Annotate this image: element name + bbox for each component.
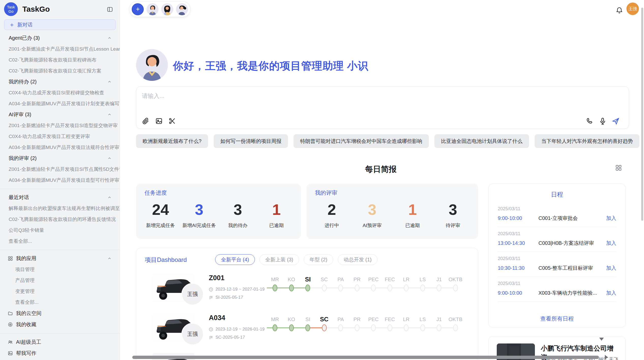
suggestion-chip[interactable]: 当下年轻人对汽车外观有怎样的喜好趋势 xyxy=(535,134,639,148)
suggestion-chip[interactable]: 比亚迪全固态电池计划具体说了什么 xyxy=(434,134,529,148)
milestone: FEC xyxy=(382,315,398,333)
sidebar-item-write-helper[interactable]: 帮我写作 xyxy=(0,348,120,359)
add-session-button[interactable] xyxy=(132,3,144,15)
scissors-icon[interactable] xyxy=(168,117,176,125)
paperclip-icon[interactable] xyxy=(142,117,150,125)
image-icon[interactable] xyxy=(155,117,163,125)
avatar[interactable] xyxy=(176,3,188,15)
milestone-dot xyxy=(322,284,327,291)
sidebar-item-ai-employee[interactable]: AI超级员工 xyxy=(0,336,120,348)
milestone-dot xyxy=(404,324,409,331)
sidebar-section-my-review[interactable]: 我的评审 (2) xyxy=(0,153,120,164)
scroll-down-arrow-icon[interactable] xyxy=(599,338,604,341)
dashboard-tab[interactable]: 年型 (2) xyxy=(304,254,333,265)
milestone-label: FEC xyxy=(382,315,398,324)
suggestion-chip[interactable]: 如何写一份清晰的项目周报 xyxy=(214,134,288,148)
dashboard-tab[interactable]: 动总开发 (1) xyxy=(338,254,377,265)
recent-chat-item[interactable]: 公司Q3轻卡销量 xyxy=(0,225,120,236)
sidebar-header: Task Go TaskGo xyxy=(0,0,120,18)
dashboard-tab[interactable]: 全新上装 (3) xyxy=(259,254,299,265)
horizontal-scrollbar[interactable] xyxy=(132,356,599,359)
app-item[interactable]: 查看全部... xyxy=(0,297,120,308)
divider xyxy=(0,189,120,189)
recent-chat-item[interactable]: 查看全部... xyxy=(0,236,120,247)
section-items: Z001-全新燃油轻卡产品开发项目SI节点属性5D文件评审A034-全新新能源M… xyxy=(0,164,120,186)
app-item[interactable]: 变更管理 xyxy=(0,286,120,297)
sidebar-item[interactable]: Z001-全新燃油皮卡产品开发项目SI节点Lesson Learn报告 xyxy=(0,43,120,54)
milestone-dot xyxy=(437,284,442,291)
dashboard-tab[interactable]: 全新平台 (4) xyxy=(215,254,255,265)
sidebar-item-cloud-space[interactable]: 我的云空间 xyxy=(0,308,120,319)
user-avatar[interactable]: 王强 xyxy=(626,3,639,15)
sidebar-item[interactable]: Z001-全新燃油轻卡产品开发项目SI造型提交物评审 xyxy=(0,120,120,131)
milestone-dot xyxy=(355,324,359,331)
sidebar-section-recent[interactable]: 最近对话 xyxy=(0,192,120,203)
sidebar-item[interactable]: C0X4-动力总成开发项目SI里程碑提交物检查 xyxy=(0,87,120,98)
sidebar-item[interactable]: A034-全新新能源MUV产品开发项目计划变更表编写 xyxy=(0,98,120,109)
milestone: MR xyxy=(267,275,283,293)
join-link[interactable]: 加入 xyxy=(606,290,616,296)
sidebar-item[interactable]: C02-飞腾新能源轻客改款项目立项汇报方案 xyxy=(0,65,120,76)
join-link[interactable]: 加入 xyxy=(606,215,616,222)
notification-bell-icon[interactable] xyxy=(616,6,623,14)
milestone-node xyxy=(398,324,415,333)
avatar[interactable] xyxy=(147,3,158,15)
send-icon[interactable] xyxy=(612,117,620,125)
logo-text-top: Task xyxy=(7,5,15,9)
milestone: OKTB xyxy=(447,315,464,333)
app-item[interactable]: 项目管理 xyxy=(0,264,120,275)
card-title: 任务进度 xyxy=(144,189,167,197)
milestone: LS xyxy=(415,315,431,333)
sidebar-item-creative-draw[interactable]: 创意制图 xyxy=(0,359,120,360)
milestone-label: LR xyxy=(398,315,415,324)
scroll-right-arrow-icon[interactable] xyxy=(605,355,608,359)
chat-input[interactable] xyxy=(142,90,523,101)
event-date: 2025/03/11 xyxy=(498,206,616,212)
sidebar-item[interactable]: A034-全新新能源MUV产品开发项目法规符合性评审 xyxy=(0,142,120,153)
stat-label: 进行中 xyxy=(312,222,352,229)
layout-grid-icon[interactable] xyxy=(615,164,622,171)
app-item[interactable]: 产品管理 xyxy=(0,275,120,286)
event-name: X003-车辆动力学性能验... xyxy=(538,290,606,296)
my-review-card: 我的评审 2 进行中 3 AI预评审 1 已逾期 3 xyxy=(306,184,478,239)
assistant-avatar xyxy=(136,49,168,81)
sidebar-section-my-apps[interactable]: 我的应用 xyxy=(0,253,120,264)
milestone-node xyxy=(316,284,333,293)
recent-chat-item[interactable]: 解释最新出台的欧盟报废车法规再生塑料比例被调至15%... xyxy=(0,203,120,214)
stat: 3 我的待办 xyxy=(218,199,257,229)
sidebar-collapse-icon[interactable] xyxy=(107,6,113,13)
avatar[interactable] xyxy=(161,3,173,15)
plus-icon xyxy=(135,6,141,12)
event-name: C001-立项审批会 xyxy=(538,215,606,222)
sidebar-section-ai-review[interactable]: AI评审 (3) xyxy=(0,109,120,120)
project-row[interactable]: 王强 A034 2023-12-19 ~ 2026-01-19 SC-2025-… xyxy=(136,313,478,353)
dates-text: 2023-12-19 ~ 2027-01-19 xyxy=(215,287,265,292)
new-chat-button[interactable]: ＋ 新对话 xyxy=(4,19,116,30)
recent-chat-item[interactable]: C02-飞腾新能源轻客改款项目的闭环通告反馈情况 xyxy=(0,214,120,225)
chevron-up-icon xyxy=(107,195,112,200)
phone-icon[interactable] xyxy=(586,117,594,125)
flag-icon xyxy=(209,335,213,340)
app-window: Task Go TaskGo ＋ 新对话 Agent已办 (3) Z001-全新… xyxy=(0,0,644,360)
join-link[interactable]: 加入 xyxy=(606,240,616,247)
sidebar-item[interactable]: Z001-全新燃油轻卡产品开发项目SI节点属性5D文件评审 xyxy=(0,164,120,175)
sidebar-section-my-todo[interactable]: 我的待办 (2) xyxy=(0,76,120,87)
join-link[interactable]: 加入 xyxy=(606,265,616,272)
microphone-icon[interactable] xyxy=(599,117,607,125)
sidebar-section-agent-done[interactable]: Agent已办 (3) xyxy=(0,33,120,43)
milestone-node xyxy=(332,324,349,333)
project-flag: SI-2025-05-17 xyxy=(209,295,243,300)
suggestion-chip[interactable]: 欧洲新规最近颁布了什么? xyxy=(136,134,208,148)
project-row[interactable]: 王强 Z001 2023-12-19 ~ 2027-01-19 SI-2025-… xyxy=(136,274,478,313)
sidebar-item[interactable]: C0X4-动力总成开发项目工程变更评审 xyxy=(0,131,120,142)
daily-brief-title: 每日简报 xyxy=(136,164,626,175)
sidebar-item-favorites[interactable]: 我的收藏 xyxy=(0,319,120,330)
section-items: C0X4-动力总成开发项目SI里程碑提交物检查A034-全新新能源MUV产品开发… xyxy=(0,87,120,109)
milestone: LR xyxy=(398,275,415,293)
sidebar-item[interactable]: C02-飞腾新能源轻客改款项目里程碑画布 xyxy=(0,54,120,65)
suggestion-chip[interactable]: 特朗普可能对进口汽车增税会对中国车企造成哪些影响 xyxy=(294,134,429,148)
milestone-node xyxy=(283,324,300,333)
sidebar-item[interactable]: A034-全新新能源MUV产品开发项目造型可行性评审 xyxy=(0,175,120,186)
vertical-scrollbar[interactable] xyxy=(641,8,643,221)
view-all-schedule-link[interactable]: 查看所有日程 xyxy=(489,315,625,323)
